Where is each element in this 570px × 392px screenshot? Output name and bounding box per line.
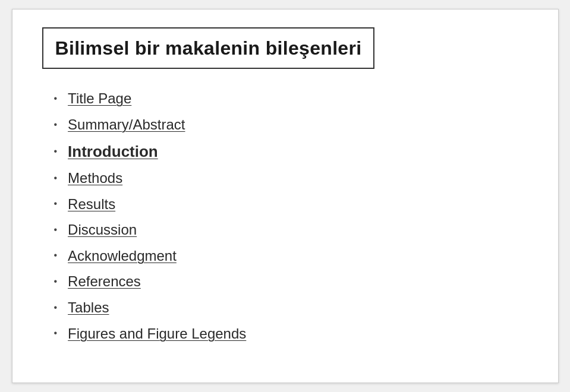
- list-item-methods: Methods: [54, 165, 528, 191]
- list-item-title-page: Title Page: [54, 86, 528, 112]
- content-list: Title PageSummary/AbstractIntroductionMe…: [42, 86, 528, 346]
- list-item-tables: Tables: [54, 295, 528, 321]
- title-box: Bilimsel bir makalenin bileşenleri: [42, 27, 375, 69]
- list-item-label-methods: Methods: [68, 168, 122, 188]
- list-item-acknowledgment: Acknowledgment: [54, 243, 528, 269]
- slide-title: Bilimsel bir makalenin bileşenleri: [55, 37, 362, 59]
- list-item-label-title-page: Title Page: [68, 88, 131, 109]
- list-item-label-introduction: Introduction: [68, 141, 158, 162]
- list-item-figures: Figures and Figure Legends: [54, 321, 528, 347]
- list-item-label-summary-abstract: Summary/Abstract: [68, 115, 185, 135]
- list-item-label-discussion: Discussion: [68, 220, 137, 240]
- list-item-label-results: Results: [68, 194, 115, 214]
- list-item-results: Results: [54, 191, 528, 217]
- list-item-label-tables: Tables: [68, 298, 109, 318]
- list-item-label-references: References: [68, 271, 141, 292]
- list-item-introduction: Introduction: [54, 138, 528, 165]
- list-item-summary-abstract: Summary/Abstract: [54, 112, 528, 138]
- slide: Bilimsel bir makalenin bileşenleri Title…: [12, 9, 559, 383]
- list-item-label-acknowledgment: Acknowledgment: [68, 246, 177, 266]
- list-item-label-figures: Figures and Figure Legends: [68, 324, 246, 344]
- list-item-references: References: [54, 268, 528, 295]
- list-item-discussion: Discussion: [54, 217, 528, 243]
